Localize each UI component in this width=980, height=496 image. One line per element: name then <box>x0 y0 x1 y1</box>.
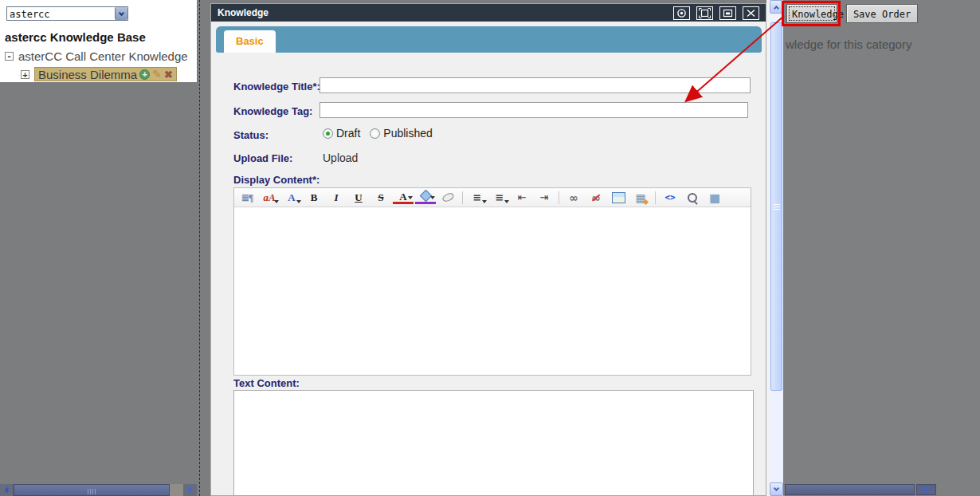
preview-icon[interactable] <box>682 190 703 206</box>
chevron-down-icon <box>774 486 779 491</box>
maximize-icon[interactable] <box>696 6 713 20</box>
save-order-button[interactable]: Save Order <box>846 4 918 23</box>
scroll-right-button[interactable] <box>916 484 936 495</box>
text-content-label: Text Content: <box>233 377 300 389</box>
remove-format-icon[interactable] <box>437 190 458 206</box>
expand-icon[interactable]: + <box>21 70 29 79</box>
tree-root-node[interactable]: - asterCC Call Center Knowledge <box>5 49 188 63</box>
scroll-right-button-left-pane[interactable] <box>183 484 197 496</box>
background-page <box>783 0 980 496</box>
status-option-published-label[interactable]: Published <box>383 127 433 140</box>
edit-icon[interactable]: ✎ <box>152 69 162 80</box>
knowledge-dialog: Knowledge Basic Knowledge Title*: Knowle… <box>210 3 766 496</box>
tab-strip: Basic <box>216 26 762 53</box>
category-select[interactable]: astercc <box>6 6 128 21</box>
dialog-title: Knowledge <box>218 7 667 18</box>
toolbar-separator <box>462 191 463 204</box>
scrollbar-grip-icon <box>87 483 96 496</box>
list-icon[interactable]: ≡ <box>489 190 510 206</box>
editor-toolbar: ≣¶aAABIUSA≡≡⇤⇥∞∞▦<>■ <box>234 188 751 207</box>
status-radio-draft[interactable] <box>323 128 333 139</box>
restore-icon[interactable] <box>719 6 736 20</box>
italic-icon[interactable]: I <box>326 190 347 206</box>
horizontal-scrollbar-left[interactable] <box>0 484 197 496</box>
knowledge-title-label: Knowledge Title*: <box>233 81 320 93</box>
unlink-icon[interactable]: ∞ <box>586 190 606 206</box>
tree-child-label[interactable]: Business Dilemma <box>38 68 137 81</box>
knowledge-tree-pane: astercc astercc Knowledge Base - asterCC… <box>0 0 197 82</box>
scroll-down-button[interactable] <box>770 482 783 496</box>
sidebar-heading: astercc Knowledge Base <box>5 30 146 44</box>
tree-root-label[interactable]: asterCC Call Center Knowledge <box>18 49 188 63</box>
bold-icon[interactable]: B <box>304 190 324 206</box>
knowledge-button[interactable]: Knowledge <box>786 4 837 23</box>
show-blocks-icon[interactable]: ≣¶ <box>237 190 257 206</box>
font-size-icon[interactable]: A <box>281 190 302 206</box>
indent-icon[interactable]: ⇥ <box>534 190 555 206</box>
text-color-icon[interactable]: A <box>393 191 414 204</box>
scroll-left-button[interactable] <box>0 484 13 496</box>
scrollbar-grip-icon <box>774 203 780 211</box>
vertical-scrollbar[interactable] <box>770 0 783 496</box>
image-icon[interactable] <box>608 190 629 206</box>
pane-splitter[interactable] <box>199 0 200 496</box>
knowledge-tag-input[interactable] <box>319 102 748 118</box>
outdent-icon[interactable]: ⇤ <box>512 190 532 206</box>
vertical-scrollbar-thumb[interactable] <box>770 22 782 391</box>
source-icon[interactable]: <> <box>660 190 680 206</box>
font-family-icon[interactable]: aA <box>259 190 280 206</box>
knowledge-tag-label: Knowledge Tag: <box>233 105 312 117</box>
delete-icon[interactable]: ✖ <box>164 69 173 80</box>
add-icon[interactable]: + <box>139 69 150 80</box>
select-dropdown-button[interactable] <box>115 7 127 20</box>
scrollbar-track-gap <box>170 484 183 496</box>
knowledge-title-input[interactable] <box>319 77 751 93</box>
scroll-up-button[interactable] <box>770 0 783 14</box>
close-icon[interactable] <box>743 6 759 20</box>
toolbar-separator <box>559 191 559 204</box>
table-icon[interactable]: ▦ <box>630 190 651 206</box>
status-option-draft-label[interactable]: Draft <box>336 127 360 140</box>
upload-file-label: Upload File: <box>233 152 292 164</box>
strikethrough-icon[interactable]: S <box>370 190 391 206</box>
status-radio-published[interactable] <box>370 128 380 139</box>
status-radio-group: Draft Published <box>323 127 439 140</box>
underline-icon[interactable]: U <box>348 190 369 206</box>
display-content-label: Display Content*: <box>233 174 319 186</box>
text-content-textarea[interactable] <box>233 390 754 496</box>
chevron-right-icon <box>186 487 192 493</box>
dialog-titlebar[interactable]: Knowledge <box>211 4 766 22</box>
tree-child-node[interactable]: + Business Dilemma + ✎ ✖ <box>21 67 177 81</box>
horizontal-scrollbar-thumb-right[interactable] <box>785 484 915 495</box>
rich-text-editor: ≣¶aAABIUSA≡≡⇤⇥∞∞▦<>■ <box>233 187 751 376</box>
chevron-up-icon <box>774 5 779 10</box>
tab-basic[interactable]: Basic <box>224 30 276 53</box>
category-caption: wledge for this category <box>786 37 911 51</box>
upload-link[interactable]: Upload <box>323 152 358 164</box>
tree-child-highlight[interactable]: Business Dilemma + ✎ ✖ <box>34 67 177 81</box>
toolbar-separator <box>655 191 656 204</box>
editor-content-area[interactable] <box>234 207 751 375</box>
status-label: Status: <box>233 129 269 141</box>
chevron-left-icon <box>4 487 10 493</box>
link-icon[interactable]: ∞ <box>563 190 584 206</box>
chevron-down-icon <box>119 10 124 15</box>
fullscreen-icon[interactable]: ■ <box>704 190 725 206</box>
background-color-icon[interactable] <box>415 191 436 204</box>
horizontal-scrollbar-thumb[interactable] <box>14 484 170 496</box>
category-select-value: astercc <box>7 7 115 20</box>
align-icon[interactable]: ≡ <box>467 190 488 206</box>
refresh-icon[interactable] <box>673 6 690 20</box>
chevron-right-icon <box>923 486 928 492</box>
collapse-icon[interactable]: - <box>5 52 14 61</box>
